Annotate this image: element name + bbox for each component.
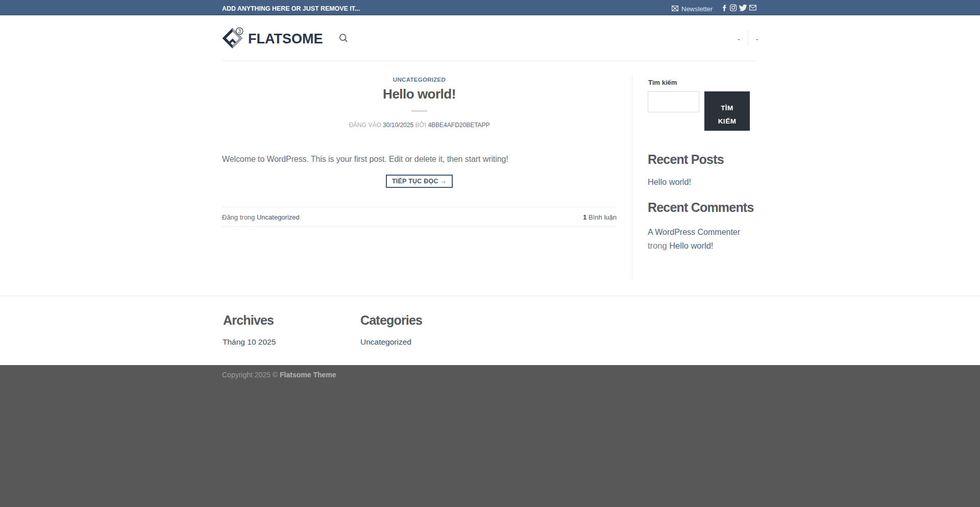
svg-text:3: 3: [238, 28, 241, 34]
